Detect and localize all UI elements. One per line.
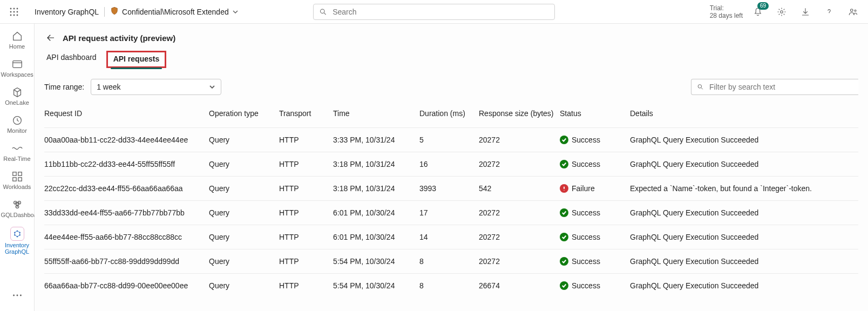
cell-transport: HTTP bbox=[279, 152, 333, 177]
col-duration[interactable]: Duration (ms) bbox=[419, 105, 479, 128]
col-operation-type[interactable]: Operation type bbox=[209, 105, 279, 128]
app-launcher-icon[interactable] bbox=[4, 2, 24, 22]
svg-point-37 bbox=[16, 295, 18, 296]
trial-line2: 28 days left bbox=[710, 12, 743, 19]
help-button[interactable] bbox=[820, 3, 838, 21]
nav-gqldashboard[interactable]: GQLDashboard bbox=[0, 195, 35, 224]
download-button[interactable] bbox=[797, 3, 814, 21]
cell-response-size: 20272 bbox=[479, 128, 560, 152]
tab-api-dashboard[interactable]: API dashboard bbox=[45, 50, 98, 70]
cell-status: Success bbox=[560, 249, 630, 274]
svg-point-33 bbox=[17, 236, 18, 237]
workspaces-icon bbox=[11, 58, 23, 70]
person-icon bbox=[848, 7, 858, 17]
controls-row: Time range: 1 week bbox=[44, 79, 858, 95]
sensitivity-text: Confidential\Microsoft Extended bbox=[122, 8, 229, 16]
col-response-size[interactable]: Response size (bytes) bbox=[479, 105, 560, 128]
nav-workspaces[interactable]: Workspaces bbox=[0, 55, 35, 83]
cell-request-id: 11bb11bb-cc22-dd33-ee44-55ff55ff55ff bbox=[44, 152, 209, 177]
nav-label: Monitor bbox=[7, 127, 27, 134]
col-transport[interactable]: Transport bbox=[279, 105, 333, 128]
col-time[interactable]: Time bbox=[333, 105, 419, 128]
svg-rect-14 bbox=[12, 61, 22, 68]
svg-point-30 bbox=[17, 231, 18, 232]
realtime-icon bbox=[11, 143, 23, 154]
nav-workloads[interactable]: Workloads bbox=[0, 167, 35, 195]
cell-details: GraphQL Query Execution Succeeded bbox=[630, 152, 858, 177]
settings-button[interactable] bbox=[773, 3, 790, 21]
trial-line1: Trial: bbox=[710, 4, 743, 12]
table-row[interactable]: 00aa00aa-bb11-cc22-dd33-44ee44ee44eeQuer… bbox=[44, 128, 858, 152]
table-row[interactable]: 11bb11bb-cc22-dd33-ee44-55ff55ff55ffQuer… bbox=[44, 152, 858, 177]
tabs: API dashboard API requests bbox=[44, 50, 858, 70]
filter-search[interactable] bbox=[691, 79, 858, 95]
success-icon bbox=[560, 233, 568, 241]
svg-point-39 bbox=[698, 85, 701, 88]
cell-operation-type: Query bbox=[209, 201, 279, 225]
nav-more[interactable] bbox=[0, 286, 35, 307]
cell-details: GraphQL Query Execution Succeeded bbox=[630, 274, 858, 298]
cell-transport: HTTP bbox=[279, 225, 333, 249]
time-range-select[interactable]: 1 week bbox=[91, 79, 221, 95]
svg-rect-23 bbox=[18, 178, 21, 181]
global-search-input[interactable] bbox=[331, 7, 549, 17]
table-row[interactable]: 55ff55ff-aa66-bb77-cc88-99dd99dd99ddQuer… bbox=[44, 249, 858, 274]
cell-request-id: 00aa00aa-bb11-cc22-dd33-44ee44ee44ee bbox=[44, 128, 209, 152]
global-search[interactable] bbox=[313, 4, 555, 20]
time-range-label: Time range: bbox=[44, 83, 84, 91]
col-status[interactable]: Status bbox=[560, 105, 630, 128]
filter-input[interactable] bbox=[708, 82, 853, 92]
cell-response-size: 20272 bbox=[479, 201, 560, 225]
cell-time: 5:54 PM, 10/30/24 bbox=[333, 249, 419, 274]
download-icon bbox=[801, 7, 810, 17]
shield-icon bbox=[110, 6, 119, 17]
cell-duration: 3993 bbox=[419, 177, 479, 201]
svg-point-31 bbox=[19, 232, 20, 233]
breadcrumb: Inventory GraphQL Confidential\Microsoft… bbox=[35, 6, 239, 17]
back-button[interactable] bbox=[44, 31, 57, 44]
nav-label: Workspaces bbox=[1, 71, 33, 78]
table-row[interactable]: 44ee44ee-ff55-aa66-bb77-88cc88cc88ccQuer… bbox=[44, 225, 858, 249]
cell-duration: 17 bbox=[419, 201, 479, 225]
svg-point-38 bbox=[19, 295, 21, 296]
gear-icon bbox=[777, 7, 786, 17]
table-row[interactable]: 22cc22cc-dd33-ee44-ff55-66aa66aa66aaQuer… bbox=[44, 177, 858, 201]
table-row[interactable]: 33dd33dd-ee44-ff55-aa66-77bb77bb77bbQuer… bbox=[44, 201, 858, 225]
col-details[interactable]: Details bbox=[630, 105, 858, 128]
svg-point-4 bbox=[13, 11, 15, 12]
trial-info[interactable]: Trial: 28 days left bbox=[710, 4, 743, 19]
cell-operation-type: Query bbox=[209, 274, 279, 298]
nav-home[interactable]: Home bbox=[0, 27, 35, 55]
nav-inventory-graphql[interactable]: Inventory GraphQL bbox=[0, 224, 35, 260]
nav-onelake[interactable]: OneLake bbox=[0, 83, 35, 111]
topbar-right: Trial: 28 days left 69 bbox=[710, 3, 864, 21]
col-request-id[interactable]: Request ID bbox=[44, 105, 209, 128]
sensitivity-label[interactable]: Confidential\Microsoft Extended bbox=[110, 6, 239, 17]
svg-rect-21 bbox=[18, 172, 21, 175]
svg-point-34 bbox=[14, 234, 15, 235]
svg-rect-22 bbox=[12, 178, 16, 181]
table-row[interactable]: 66aa66aa-bb77-cc88-dd99-00ee00ee00eeQuer… bbox=[44, 274, 858, 298]
cell-details: GraphQL Query Execution Succeeded bbox=[630, 249, 858, 274]
status-text: Success bbox=[572, 257, 600, 266]
graphql-app-icon bbox=[10, 227, 24, 241]
cell-time: 3:18 PM, 10/31/24 bbox=[333, 152, 419, 177]
svg-rect-20 bbox=[12, 172, 16, 175]
nav-realtime[interactable]: Real-Time bbox=[0, 139, 35, 167]
app-name-label[interactable]: Inventory GraphQL bbox=[35, 8, 99, 16]
status-text: Success bbox=[572, 136, 600, 144]
account-button[interactable] bbox=[844, 3, 862, 21]
tab-api-requests[interactable]: API requests bbox=[111, 50, 162, 70]
success-icon bbox=[560, 257, 568, 266]
nav-monitor[interactable]: Monitor bbox=[0, 111, 35, 139]
svg-point-42 bbox=[564, 190, 564, 191]
cell-request-id: 66aa66aa-bb77-cc88-dd99-00ee00ee00ee bbox=[44, 274, 209, 298]
notifications-button[interactable]: 69 bbox=[749, 3, 767, 21]
svg-point-9 bbox=[321, 9, 325, 13]
svg-point-3 bbox=[10, 11, 12, 12]
cell-response-size: 542 bbox=[479, 177, 560, 201]
cell-time: 6:01 PM, 10/30/24 bbox=[333, 201, 419, 225]
nav-label: Workloads bbox=[3, 184, 31, 190]
workloads-icon bbox=[11, 171, 23, 182]
highlight-box: API requests bbox=[106, 51, 167, 68]
